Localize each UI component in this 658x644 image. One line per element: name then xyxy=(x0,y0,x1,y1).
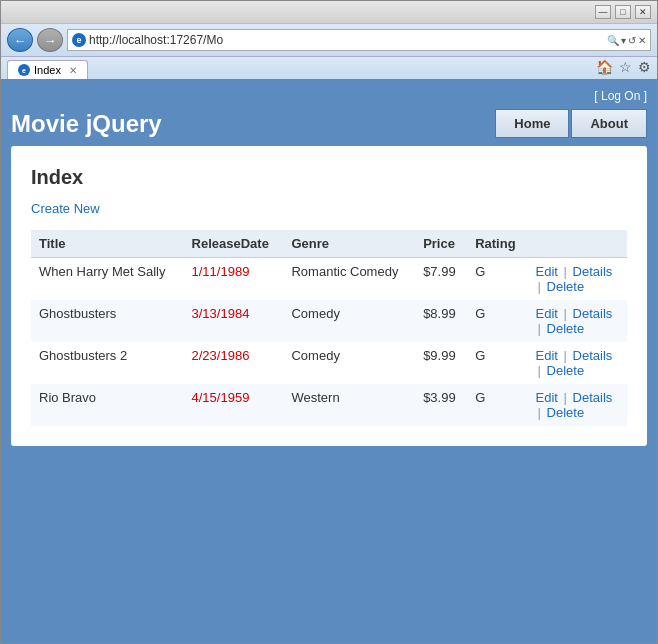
cell-price: $7.99 xyxy=(415,258,467,301)
tab-favicon: e xyxy=(18,64,30,76)
title-bar: — □ ✕ xyxy=(1,1,657,24)
cell-actions: Edit | Details | Delete xyxy=(528,384,627,426)
app-title: Movie jQuery xyxy=(11,110,162,138)
cell-rating: G xyxy=(467,384,527,426)
edit-link[interactable]: Edit xyxy=(536,306,558,321)
home-icon[interactable]: 🏠 xyxy=(596,59,613,75)
table-row: Rio Bravo 4/15/1959 Western $3.99 G Edit… xyxy=(31,384,627,426)
table-row: When Harry Met Sally 1/11/1989 Romantic … xyxy=(31,258,627,301)
delete-link[interactable]: Delete xyxy=(547,321,585,336)
cell-title: Ghostbusters xyxy=(31,300,184,342)
active-tab[interactable]: e Index ✕ xyxy=(7,60,88,79)
cell-title: When Harry Met Sally xyxy=(31,258,184,301)
col-genre: Genre xyxy=(283,230,415,258)
edit-link[interactable]: Edit xyxy=(536,264,558,279)
col-price: Price xyxy=(415,230,467,258)
nav-buttons: Home About xyxy=(495,109,647,138)
cell-genre: Western xyxy=(283,384,415,426)
cell-release-date: 1/11/1989 xyxy=(184,258,284,301)
dropdown-icon[interactable]: ▾ xyxy=(621,35,626,46)
app-content: [ Log On ] Movie jQuery Home About Index… xyxy=(1,79,657,643)
cell-genre: Romantic Comedy xyxy=(283,258,415,301)
maximize-button[interactable]: □ xyxy=(615,5,631,19)
cell-price: $3.99 xyxy=(415,384,467,426)
separator-1: | xyxy=(564,348,571,363)
details-link[interactable]: Details xyxy=(573,348,613,363)
settings-icon[interactable]: ⚙ xyxy=(638,59,651,75)
favorites-icon[interactable]: ☆ xyxy=(619,59,632,75)
app-header: [ Log On ] xyxy=(11,89,647,103)
app-top-nav: Movie jQuery Home About xyxy=(11,109,647,138)
tab-bar: e Index ✕ 🏠 ☆ ⚙ xyxy=(1,57,657,79)
cell-release-date: 4/15/1959 xyxy=(184,384,284,426)
url-actions: 🔍 ▾ ↺ ✕ xyxy=(607,35,646,46)
home-nav-button[interactable]: Home xyxy=(495,109,569,138)
details-link[interactable]: Details xyxy=(573,390,613,405)
table-row: Ghostbusters 3/13/1984 Comedy $8.99 G Ed… xyxy=(31,300,627,342)
edit-link[interactable]: Edit xyxy=(536,390,558,405)
main-content-box: Index Create New Title ReleaseDate Genre… xyxy=(11,146,647,446)
cell-actions: Edit | Details | Delete xyxy=(528,300,627,342)
movies-table: Title ReleaseDate Genre Price Rating Whe… xyxy=(31,230,627,426)
create-new-link[interactable]: Create New xyxy=(31,201,100,216)
cell-price: $8.99 xyxy=(415,300,467,342)
cell-price: $9.99 xyxy=(415,342,467,384)
tab-close-button[interactable]: ✕ xyxy=(69,65,77,76)
cell-release-date: 2/23/1986 xyxy=(184,342,284,384)
refresh-icon[interactable]: ↺ xyxy=(628,35,636,46)
cell-rating: G xyxy=(467,300,527,342)
cell-genre: Comedy xyxy=(283,300,415,342)
stop-icon[interactable]: ✕ xyxy=(638,35,646,46)
cell-actions: Edit | Details | Delete xyxy=(528,258,627,301)
cell-rating: G xyxy=(467,342,527,384)
table-row: Ghostbusters 2 2/23/1986 Comedy $9.99 G … xyxy=(31,342,627,384)
separator-2: | xyxy=(538,279,545,294)
back-button[interactable]: ← xyxy=(7,28,33,52)
separator-2: | xyxy=(538,321,545,336)
close-button[interactable]: ✕ xyxy=(635,5,651,19)
browser-toolbar-icons: 🏠 ☆ ⚙ xyxy=(596,59,651,79)
cell-release-date: 3/13/1984 xyxy=(184,300,284,342)
page-title: Index xyxy=(31,166,627,189)
cell-actions: Edit | Details | Delete xyxy=(528,342,627,384)
about-nav-button[interactable]: About xyxy=(571,109,647,138)
separator-2: | xyxy=(538,363,545,378)
table-header-row: Title ReleaseDate Genre Price Rating xyxy=(31,230,627,258)
col-actions xyxy=(528,230,627,258)
delete-link[interactable]: Delete xyxy=(547,405,585,420)
cell-rating: G xyxy=(467,258,527,301)
url-bar[interactable]: e http://localhost:17267/Mo 🔍 ▾ ↺ ✕ xyxy=(67,29,651,51)
separator-2: | xyxy=(538,405,545,420)
edit-link[interactable]: Edit xyxy=(536,348,558,363)
browser-window: — □ ✕ ← → e http://localhost:17267/Mo 🔍 … xyxy=(0,0,658,644)
delete-link[interactable]: Delete xyxy=(547,363,585,378)
separator-1: | xyxy=(564,390,571,405)
cell-title: Rio Bravo xyxy=(31,384,184,426)
separator-1: | xyxy=(564,264,571,279)
details-link[interactable]: Details xyxy=(573,306,613,321)
col-release-date: ReleaseDate xyxy=(184,230,284,258)
cell-genre: Comedy xyxy=(283,342,415,384)
forward-button[interactable]: → xyxy=(37,28,63,52)
browser-icon: e xyxy=(72,33,86,47)
address-bar: ← → e http://localhost:17267/Mo 🔍 ▾ ↺ ✕ xyxy=(1,24,657,57)
search-icon[interactable]: 🔍 xyxy=(607,35,619,46)
details-link[interactable]: Details xyxy=(573,264,613,279)
delete-link[interactable]: Delete xyxy=(547,279,585,294)
cell-title: Ghostbusters 2 xyxy=(31,342,184,384)
col-title: Title xyxy=(31,230,184,258)
separator-1: | xyxy=(564,306,571,321)
tab-label: Index xyxy=(34,64,61,76)
log-on-link[interactable]: [ Log On ] xyxy=(594,89,647,103)
minimize-button[interactable]: — xyxy=(595,5,611,19)
url-text: http://localhost:17267/Mo xyxy=(89,33,604,47)
col-rating: Rating xyxy=(467,230,527,258)
